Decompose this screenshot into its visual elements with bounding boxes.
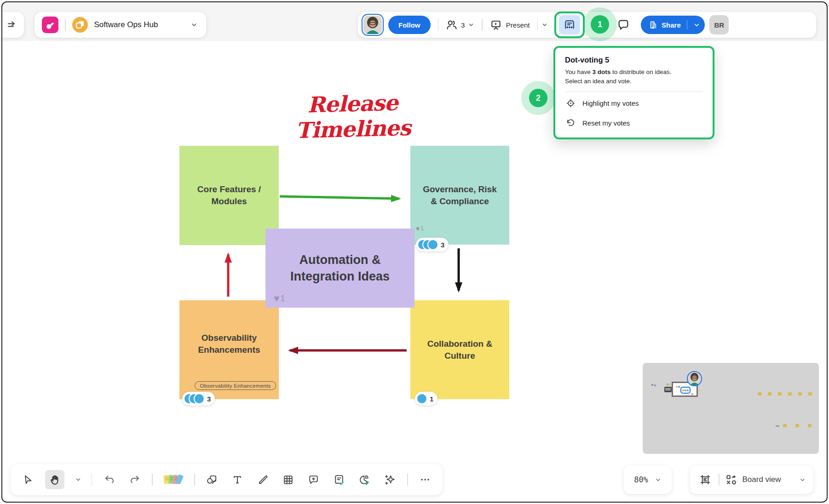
- voting-tool[interactable]: [331, 471, 347, 488]
- sticky-note-tool[interactable]: [161, 471, 185, 488]
- tools-chevron[interactable]: [538, 22, 552, 28]
- minimap-object: [700, 389, 702, 391]
- zoom-control[interactable]: 80%: [624, 465, 672, 494]
- chevron-down-icon: [468, 22, 474, 28]
- heart-count: 1: [280, 293, 285, 304]
- sticky-note-automation[interactable]: Automation & Integration Ideas ♥1: [265, 229, 414, 308]
- minimap-object: [678, 386, 680, 388]
- text-tool[interactable]: [229, 471, 246, 488]
- item-label: Reset my votes: [582, 119, 630, 127]
- arrow-core-to-governance[interactable]: [280, 196, 399, 199]
- hand-tool-selected[interactable]: [45, 470, 64, 489]
- chevron-down-icon: [693, 22, 700, 29]
- minimap-sticky: [758, 392, 761, 395]
- share-button[interactable]: Share: [641, 16, 705, 34]
- select-tool[interactable]: [20, 471, 36, 488]
- highlight-my-votes-item[interactable]: Highlight my votes: [565, 93, 703, 113]
- more-tools-button[interactable]: [417, 471, 433, 488]
- reset-icon: [566, 118, 576, 128]
- heart-icon: ♥: [416, 225, 420, 232]
- dot-voting-panel: Dot-voting 5 You have 3 dots to distribu…: [553, 46, 714, 139]
- minimap-frame-thumbnail: [664, 387, 672, 392]
- comment-tool[interactable]: [305, 471, 322, 488]
- vote-badge[interactable]: 1: [415, 392, 438, 406]
- dot-voting-icon: [559, 15, 580, 34]
- heart-reaction[interactable]: ♥1: [416, 225, 424, 232]
- vote-badge[interactable]: 3: [416, 238, 449, 252]
- people-icon: [446, 19, 458, 31]
- note-label: Collaboration & Culture: [410, 338, 509, 361]
- heart-icon: ♥: [274, 293, 279, 304]
- frames-button[interactable]: [697, 471, 713, 488]
- board-title[interactable]: Software Ops Hub: [94, 20, 184, 29]
- present-label: Present: [506, 21, 530, 29]
- panel-description: You have 3 dots to distribute on ideas.S…: [565, 68, 703, 86]
- note-label: Automation & Integration Ideas: [265, 252, 414, 285]
- comment-icon: [617, 18, 630, 31]
- current-user-avatar[interactable]: BR: [709, 15, 729, 34]
- note-label: Observability Enhancements: [179, 332, 279, 367]
- board-view-label[interactable]: Board view: [743, 475, 794, 484]
- vote-count: 3: [441, 241, 444, 249]
- minimap-sticky: [798, 392, 802, 395]
- annotation-step-1: 1: [591, 15, 609, 34]
- minimap-sticky: [795, 424, 799, 427]
- collaboration-bar: Follow 3 Present: [358, 12, 816, 38]
- hand-tool-chevron[interactable]: [74, 471, 83, 488]
- collaborators-menu[interactable]: 3: [438, 19, 482, 31]
- table-tool[interactable]: [280, 471, 297, 488]
- canvas-title[interactable]: Release Timelines: [262, 89, 444, 144]
- comments-button[interactable]: [612, 18, 634, 31]
- app-logo[interactable]: [42, 17, 58, 33]
- target-icon: [566, 98, 576, 108]
- minimap[interactable]: [643, 363, 819, 454]
- reset-my-votes-item[interactable]: Reset my votes: [565, 113, 703, 133]
- present-button[interactable]: Present: [483, 19, 537, 31]
- ai-sparkles-tool[interactable]: [382, 471, 398, 488]
- minimap-sticky: [768, 392, 771, 395]
- chevron-down-icon[interactable]: [799, 476, 806, 483]
- undo-button[interactable]: [101, 471, 118, 488]
- sticky-note-governance[interactable]: Governance, Risk & Compliance ♥1 3: [410, 146, 509, 245]
- minimap-object: [676, 386, 678, 388]
- divider: [152, 474, 153, 486]
- vote-dot-icon: [416, 393, 427, 404]
- note-tag[interactable]: Observability Enhancements: [195, 381, 276, 390]
- minimap-object: [669, 384, 671, 385]
- sticky-note-observability[interactable]: Observability Enhancements Observability…: [179, 300, 279, 399]
- open-sidebar-button[interactable]: [0, 12, 24, 38]
- collaborator-avatar[interactable]: [362, 14, 384, 36]
- heart-reaction[interactable]: ♥1: [274, 293, 285, 304]
- vote-dot-icon: [194, 393, 205, 404]
- chevron-down-icon: [655, 476, 662, 483]
- divider: [407, 474, 408, 486]
- vote-dot-icon: [427, 239, 438, 250]
- shapes-tool[interactable]: [204, 471, 220, 488]
- board-header-card: Software Ops Hub: [35, 12, 206, 38]
- share-org-icon: [648, 20, 657, 29]
- project-icon[interactable]: [72, 17, 88, 33]
- minimap-sticky: [778, 392, 782, 395]
- pen-tool[interactable]: [254, 471, 271, 488]
- annotation-step-2: 2: [529, 89, 547, 107]
- minimap-object: [691, 393, 693, 395]
- app-window: Release Timelines Core Features / Module…: [0, 0, 829, 504]
- board-view-icon: [725, 474, 737, 486]
- present-icon: [490, 19, 502, 31]
- vote-badge[interactable]: 3: [182, 392, 215, 406]
- follow-button[interactable]: Follow: [388, 16, 431, 34]
- chevron-down-icon: [541, 22, 548, 28]
- minimap-object: [776, 425, 779, 427]
- chevron-down-icon[interactable]: [190, 21, 198, 29]
- sticky-note-collaboration[interactable]: Collaboration & Culture 1: [410, 300, 509, 399]
- minimap-selection-outline: [680, 387, 691, 394]
- item-label: Highlight my votes: [582, 99, 639, 107]
- dot-voting-button-highlighted[interactable]: [554, 11, 585, 38]
- sticky-note-core-features[interactable]: Core Features / Modules: [179, 146, 279, 245]
- minimap-object: [654, 384, 656, 386]
- redo-button[interactable]: [127, 471, 143, 488]
- share-label: Share: [662, 21, 681, 29]
- estimation-tool[interactable]: [356, 471, 373, 488]
- divider: [65, 19, 66, 31]
- note-label: Core Features / Modules: [179, 183, 279, 207]
